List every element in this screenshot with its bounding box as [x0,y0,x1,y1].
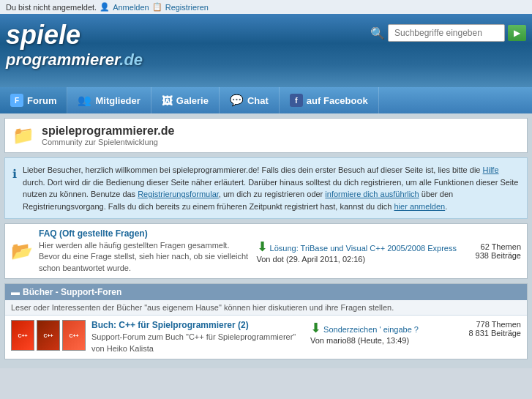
registrierungsformular-link[interactable]: Registrierungsformular [138,190,219,198]
book-forum-row: C++ C++ C++ Buch: C++ für Spielprogrammi… [5,316,527,359]
nav-facebook-label: auf Facebook [307,95,368,106]
book-last-post-link[interactable]: Sonderzeichen ' eingabe ? [323,325,419,334]
faq-folder-icon: 📂 [11,241,33,261]
download-icon: ⬇ [257,239,268,254]
books-section: ▬ Bücher - Support-Foren Leser oder Inte… [4,283,528,359]
faq-forum-title: FAQ (Oft gestellte Fragen) [39,228,251,239]
nav-mitglieder-label: Mitglieder [95,95,140,106]
faq-last-post-by: Von dot [257,255,284,264]
login-link[interactable]: Anmelden [113,3,149,12]
site-title-area: spieleprogrammierer.de Community zur Spi… [42,124,174,146]
book-covers: C++ C++ C++ [11,320,86,351]
nav-item-forum[interactable]: F Forum [0,87,67,113]
nav-item-facebook[interactable]: f auf Facebook [280,87,379,113]
site-folder-icon: 📁 [12,125,34,146]
books-section-title-link[interactable]: Bücher - Support-Foren [23,287,121,297]
logo-de: .de [119,51,143,69]
login-icon: 👤 [100,2,110,12]
hilfe-link[interactable]: Hilfe [483,165,499,174]
search-area: 🔍 ▶ [370,24,526,42]
nav-item-chat[interactable]: 💬 Chat [220,87,280,113]
logo: spiele programmierer.de [6,20,370,70]
logo-area: spiele programmierer.de [6,20,370,70]
book-forum-title: Buch: C++ für Spielprogrammierer (2) [91,320,304,330]
search-input[interactable] [388,24,505,42]
register-icon: 📋 [152,2,162,12]
book-stats: 778 Themen 8 831 Beiträge [462,320,521,338]
not-logged-in-text: Du bist nicht angemeldet. [6,3,97,12]
site-title: spieleprogrammierer.de [42,124,174,138]
nav-chat-label: Chat [247,95,269,106]
logo-programmierer: programmierer [6,51,119,69]
nav-bar: F Forum 👥 Mitglieder 🖼 Galerie 💬 Chat f … [0,87,532,113]
faq-beitraege: 938 Beiträge [462,251,521,260]
faq-themes: 62 Themen [462,242,521,251]
informiere-link[interactable]: informiere dich ausführlich [325,190,419,198]
faq-last-post: ⬇ Lösung: TriBase und Visual C++ 2005/20… [257,239,457,264]
faq-title-link[interactable]: FAQ (Oft gestellte Fragen) [39,228,148,239]
forum-nav-icon: F [10,94,23,107]
info-icon: ℹ [12,165,17,212]
faq-section: 📂 FAQ (Oft gestellte Fragen) Hier werden… [4,223,528,279]
faq-forum-desc: Hier werden alle häufig gestellten Frage… [39,240,251,274]
faq-forum-row: 📂 FAQ (Oft gestellte Fragen) Hier werden… [5,224,527,278]
facebook-nav-icon: f [290,94,303,107]
info-text: Lieber Besucher, herzlich willkommen bei… [23,164,520,212]
book-cover-3: C++ [62,320,86,351]
book-themes: 778 Themen [462,320,521,329]
chat-nav-icon: 💬 [230,94,244,107]
faq-stats: 62 Themen 938 Beiträge [462,242,521,260]
site-subtitle: Community zur Spielentwicklung [42,138,174,146]
book-forum-info: Buch: C++ für Spielprogrammierer (2) Sup… [91,320,304,354]
register-link[interactable]: Registrieren [165,3,209,12]
books-section-desc: Leser oder Interessenten der Bücher "aus… [5,300,527,316]
anmelden-link[interactable]: hier anmelden [394,202,445,211]
site-header-banner: spiele programmierer.de 🔍 ▶ [0,14,532,87]
faq-forum-info: FAQ (Oft gestellte Fragen) Hier werden a… [39,228,251,274]
books-section-header: ▬ Bücher - Support-Foren [5,284,527,300]
book-forum-desc: Support-Forum zum Buch "C++ für Spielepr… [91,332,304,354]
top-bar: Du bist nicht angemeldet. 👤 Anmelden 📋 R… [0,0,532,14]
galerie-nav-icon: 🖼 [162,94,173,107]
nav-forum-label: Forum [27,95,56,106]
book-last-post-by: Von mario88 [310,336,356,345]
faq-last-post-date: (29. April 2011, 02:16) [286,255,365,264]
books-section-icon: ▬ [11,287,20,297]
nav-galerie-label: Galerie [176,95,209,106]
nav-item-galerie[interactable]: 🖼 Galerie [151,87,220,113]
info-box: ℹ Lieber Besucher, herzlich willkommen b… [4,157,528,219]
book-last-post-date: (Heute, 13:49) [358,336,409,345]
nav-item-mitglieder[interactable]: 👥 Mitglieder [67,87,151,113]
faq-last-post-link[interactable]: Lösung: TriBase und Visual C++ 2005/2008… [270,244,457,253]
book-title-link[interactable]: Buch: C++ für Spielprogrammierer (2) [91,320,249,330]
main-content: 📁 spieleprogrammierer.de Community zur S… [0,113,532,368]
book-cover-1: C++ [11,320,34,351]
book-download-icon: ⬇ [310,321,321,335]
mitglieder-nav-icon: 👥 [78,94,91,107]
logo-spiele: spiele [6,20,80,50]
book-beitraege: 8 831 Beiträge [462,329,521,338]
site-title-box: 📁 spieleprogrammierer.de Community zur S… [4,118,528,153]
book-cover-2: C++ [37,320,60,351]
book-last-post: ⬇ Sonderzeichen ' eingabe ? Von mario88 … [310,320,457,345]
search-icon: 🔍 [370,26,385,40]
search-button[interactable]: ▶ [508,25,526,41]
